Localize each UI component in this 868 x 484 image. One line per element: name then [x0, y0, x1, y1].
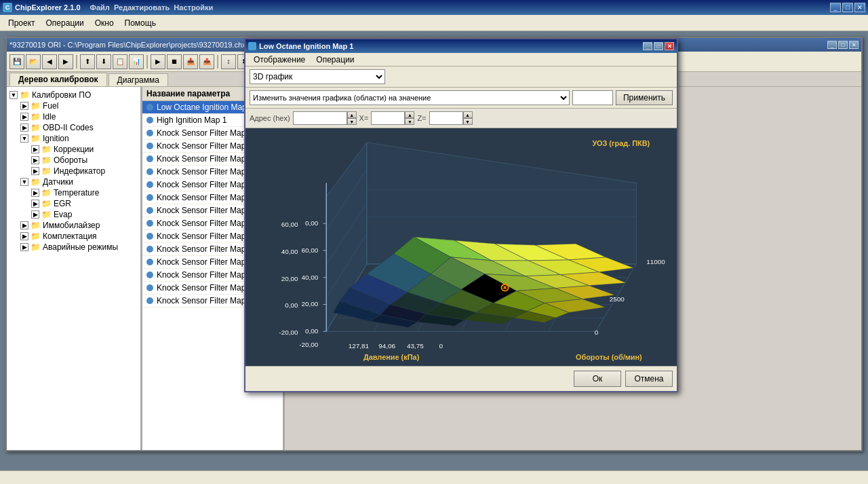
tree-item-komplekt[interactable]: ▶ 📁 Комплектация: [9, 231, 138, 242]
tree-expand-ignition[interactable]: ▼: [20, 134, 28, 143]
addr-spin-up[interactable]: ▲: [347, 111, 357, 118]
tree-expand-idle[interactable]: ▶: [20, 113, 28, 121]
tree-expand-emergency[interactable]: ▶: [20, 243, 28, 251]
param-label-15: Knock Sensor Filter Map 14: [157, 296, 257, 305]
toolbar-btn4[interactable]: ▶: [58, 54, 73, 69]
tree-item-egr[interactable]: ▶ 📁 EGR: [9, 198, 138, 209]
toolbar-btn9[interactable]: ▶: [151, 54, 165, 69]
tree-expand-root[interactable]: ▼: [9, 91, 18, 99]
tree-item-root[interactable]: ▼ 📁 Калибровки ПО: [9, 90, 138, 100]
tree-expand-immobilizer[interactable]: ▶: [20, 221, 28, 229]
dialog-minimize-button[interactable]: _: [643, 42, 652, 50]
tree-expand-komplekt[interactable]: ▶: [20, 232, 28, 240]
z-spin-down[interactable]: ▼: [463, 118, 473, 125]
menu-item-operations[interactable]: Операции: [41, 17, 90, 29]
tree-item-emergency[interactable]: ▶ 📁 Аварийные режимы: [9, 242, 138, 253]
toolbar-open-btn[interactable]: 📂: [26, 54, 41, 69]
tree-expand-corrections[interactable]: ▶: [31, 145, 39, 153]
dialog-window: Low Octane Ignition Map 1 _ □ ✕ Отображе…: [244, 38, 678, 392]
tree-item-immobilizer[interactable]: ▶ 📁 Иммобилайзер: [9, 220, 138, 231]
tree-item-rpm[interactable]: ▶ 📁 Обороты: [9, 155, 138, 166]
menu-item-window[interactable]: Окно: [90, 17, 119, 29]
tree-item-sensors[interactable]: ▼ 📁 Датчики: [9, 176, 138, 187]
apply-button[interactable]: Применить: [616, 90, 673, 105]
tree-expand-evap[interactable]: ▶: [31, 210, 39, 219]
operation-value-input[interactable]: [572, 90, 613, 105]
x-spin-down[interactable]: ▼: [405, 118, 414, 125]
toolbar-btn6[interactable]: ⬇: [96, 54, 111, 69]
addr-spin-down[interactable]: ▼: [347, 118, 357, 125]
tree-expand-indicator[interactable]: ▶: [31, 167, 39, 175]
dialog-close-button[interactable]: ✕: [665, 42, 674, 50]
param-label-3: Knock Sensor Filter Map 2: [157, 141, 252, 151]
x-spin-up[interactable]: ▲: [405, 111, 414, 118]
display-mode-select[interactable]: 3D график 2D график Таблица: [250, 69, 385, 84]
tree-expand-temperature[interactable]: ▶: [31, 189, 39, 197]
toolbar-btn13[interactable]: ↕: [221, 54, 236, 69]
param-label-9: Knock Sensor Filter Map 8: [157, 219, 252, 228]
param-dot-12: [146, 259, 153, 265]
tab-tree[interactable]: Дерево калибровок: [9, 73, 107, 86]
tree-label-obd: OBD-II Codes: [43, 123, 94, 132]
tree-item-idle[interactable]: ▶ 📁 Idle: [9, 111, 138, 122]
x-input[interactable]: 21: [371, 111, 405, 125]
param-label-8: Knock Sensor Filter Map 7: [157, 206, 252, 215]
tab-diagram[interactable]: Диаграмма: [108, 73, 168, 86]
z-label: Z=: [417, 114, 426, 122]
svg-text:43,75: 43,75: [407, 342, 424, 350]
dialog-menu-operations[interactable]: Операции: [311, 54, 359, 65]
close-button[interactable]: ✕: [854, 3, 865, 12]
param-dot-2: [146, 130, 153, 136]
tree-item-temperature[interactable]: ▶ 📁 Temperature: [9, 187, 138, 198]
toolbar-btn7[interactable]: 📋: [113, 54, 127, 69]
menu-item-help[interactable]: Помощь: [119, 17, 161, 29]
doc-close-button[interactable]: ✕: [849, 41, 859, 49]
svg-text:11000: 11000: [646, 258, 665, 265]
param-dot-6: [146, 181, 153, 188]
tree-expand-rpm[interactable]: ▶: [31, 156, 39, 164]
toolbar-btn5[interactable]: ⬆: [80, 54, 95, 69]
toolbar-save-btn[interactable]: 💾: [9, 54, 24, 69]
tree-expand-egr[interactable]: ▶: [31, 200, 39, 208]
doc-maximize-button[interactable]: □: [838, 41, 848, 49]
tree-item-ignition[interactable]: ▼ 📁 Ignition: [9, 133, 138, 144]
minimize-button[interactable]: _: [830, 3, 841, 12]
toolbar-btn12[interactable]: 📤: [199, 54, 214, 69]
svg-text:40,00: 40,00: [301, 274, 318, 281]
folder-icon-indicator: 📁: [41, 166, 52, 176]
tree-expand-fuel[interactable]: ▶: [20, 102, 28, 110]
param-dot-5: [146, 168, 153, 175]
tree-item-fuel[interactable]: ▶ 📁 Fuel: [9, 100, 138, 111]
tree-expand-sensors[interactable]: ▼: [20, 178, 28, 186]
addr-input[interactable]: 5413: [293, 111, 347, 125]
tree-panel: ▼ 📁 Калибровки ПО ▶ 📁 Fuel ▶ 📁 Idle ▶ 📁: [7, 87, 142, 450]
toolbar-btn10[interactable]: ⏹: [167, 54, 182, 69]
tree-item-indicator[interactable]: ▶ 📁 Индефикатор: [9, 166, 138, 176]
svg-text:0,00: 0,00: [305, 219, 319, 227]
doc-minimize-button[interactable]: _: [827, 41, 837, 49]
toolbar-btn3[interactable]: ◀: [42, 54, 57, 69]
tree-expand-obd[interactable]: ▶: [20, 124, 28, 132]
tree-label-sensors: Датчики: [43, 177, 73, 187]
menu-item-project[interactable]: Проект: [3, 17, 41, 29]
dialog-maximize-button[interactable]: □: [654, 42, 663, 50]
toolbar-btn11[interactable]: 📥: [183, 54, 198, 69]
param-dot-14: [146, 284, 153, 291]
ok-button[interactable]: Ок: [574, 371, 621, 387]
toolbar-btn8[interactable]: 📊: [129, 54, 144, 69]
tree-label-temperature: Temperature: [54, 188, 99, 198]
folder-icon-idle: 📁: [31, 112, 41, 122]
tree-item-corrections[interactable]: ▶ 📁 Коррекции: [9, 144, 138, 155]
title-bar: C ChipExplorer 2.1.0 Файл Редактировать …: [0, 0, 868, 15]
tree-item-evap[interactable]: ▶ 📁 Evap: [9, 209, 138, 220]
cancel-button[interactable]: Отмена: [625, 371, 673, 387]
chart-area[interactable]: 0,00 20,00 40,00 60,00 0,00 -20,00 60,00…: [245, 128, 677, 366]
z-spin-up[interactable]: ▲: [463, 111, 473, 118]
param-dot-3: [146, 143, 153, 149]
toolbar-sep3: [217, 55, 218, 69]
operation-select[interactable]: Изменить значения графика (области) на з…: [250, 90, 570, 105]
tree-item-obd[interactable]: ▶ 📁 OBD-II Codes: [9, 122, 138, 133]
maximize-button[interactable]: □: [842, 3, 853, 12]
dialog-menu-display[interactable]: Отображение: [248, 54, 311, 65]
z-input[interactable]: 12: [429, 111, 463, 125]
